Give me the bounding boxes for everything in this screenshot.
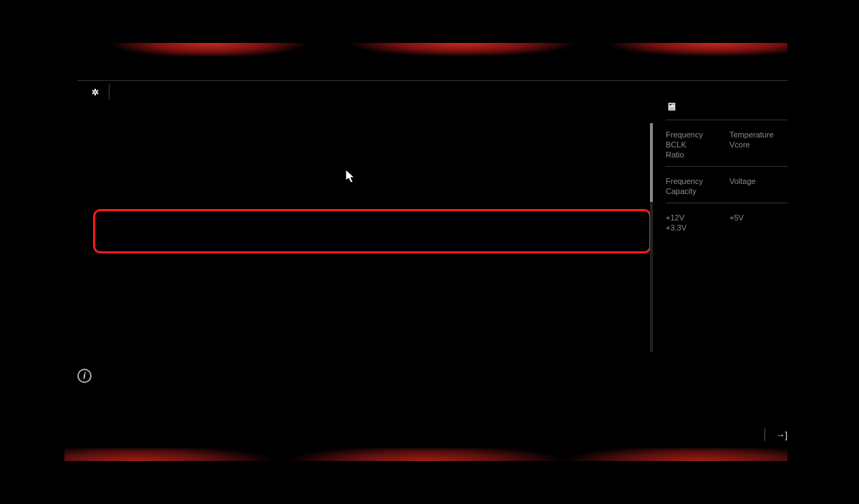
monitor-icon: 🖥 bbox=[666, 100, 676, 112]
top-bar: ✲ bbox=[77, 80, 787, 100]
scrollbar[interactable] bbox=[650, 123, 653, 352]
hardware-monitor: 🖥 Frequency Temperature BCLK Vcore Ratio… bbox=[666, 100, 787, 232]
hw-cpu-title bbox=[666, 120, 787, 126]
hw-volt-title bbox=[666, 203, 787, 209]
hw-mem-title bbox=[666, 166, 787, 173]
settings-panel bbox=[72, 122, 644, 365]
info-icon: i bbox=[77, 369, 92, 383]
gear-icon[interactable]: ✲ bbox=[92, 87, 99, 97]
ezmode-button[interactable]: →] bbox=[775, 430, 787, 440]
clock: ✲ bbox=[90, 86, 99, 97]
help-text: i bbox=[77, 369, 103, 383]
